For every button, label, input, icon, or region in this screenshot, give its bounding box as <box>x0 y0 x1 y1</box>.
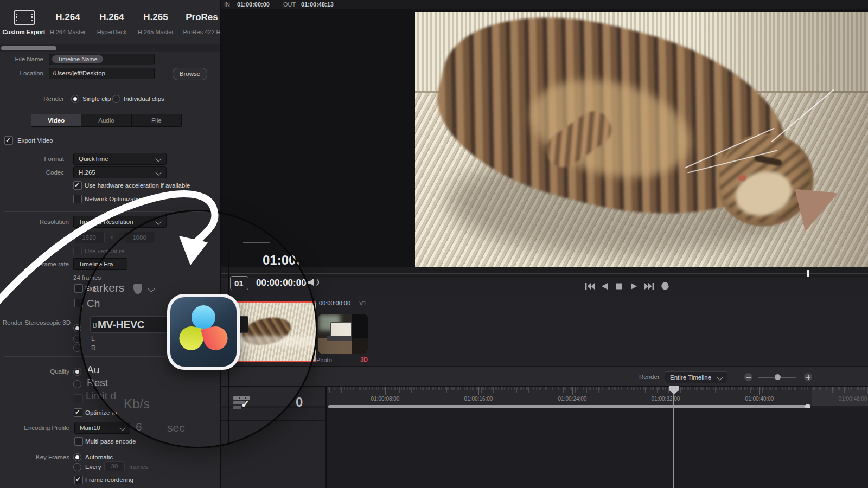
ruler-label-2: 01:00:16:00 <box>464 396 493 402</box>
davinci-resolve-logo <box>167 294 240 370</box>
preset-hyperdeck[interactable]: H.264 HyperDeck <box>92 8 131 37</box>
frame-reorder-checkbox[interactable] <box>74 476 83 484</box>
format-label: Format <box>0 156 64 162</box>
render-scope-value: Entire Timeline <box>670 374 711 381</box>
out-value[interactable]: 01:00:48:13 <box>301 1 334 8</box>
preset-scrollbar-track[interactable] <box>0 44 220 52</box>
photo-clip-thumbnail[interactable] <box>318 314 368 354</box>
preset-prores[interactable]: ProRes ProRes 422 H <box>180 8 221 37</box>
browse-button[interactable]: Browse <box>173 68 207 80</box>
thumb-right-dark <box>352 314 368 354</box>
zoom-out-button[interactable] <box>744 373 752 381</box>
render-scope-select[interactable]: Entire Timeline <box>665 371 727 383</box>
frame-reorder-label: Frame reordering <box>85 477 133 483</box>
ruler-label-1: 01:00:08:00 <box>371 396 400 402</box>
in-value[interactable]: 01:00:00:00 <box>237 1 270 8</box>
zoom-in-button[interactable] <box>804 373 812 381</box>
render-label: Render <box>0 95 64 102</box>
play-icon[interactable] <box>630 283 637 290</box>
kf-auto-label: Automatic <box>85 454 113 460</box>
preset-h264-master[interactable]: H.264 H.264 Master <box>48 8 88 37</box>
export-markers-checkbox[interactable] <box>74 284 83 293</box>
file-name-label: File Name <box>0 56 43 62</box>
separator <box>4 88 215 88</box>
vertical-res-checkbox[interactable] <box>73 247 82 255</box>
film-frame-icon <box>14 10 35 25</box>
encoding-profile-select[interactable]: Main10 <box>74 422 130 434</box>
ruler-label-6: 01:00:48:00 <box>839 396 867 402</box>
timeline-tracks[interactable] <box>326 408 868 488</box>
codec-value: H.265 <box>79 169 95 176</box>
export-video-label: Export Video <box>17 137 53 144</box>
ruler-label-5: 01:00:40:00 <box>745 396 774 402</box>
codec-label: Codec <box>0 169 64 176</box>
track-label-v1: V1 <box>359 300 366 306</box>
res-width-field[interactable]: 1920 <box>73 232 105 243</box>
quality-auto-radio[interactable] <box>73 368 81 376</box>
playhead-line <box>673 394 674 488</box>
stereo-label: Render Stereoscopic 3D <box>0 319 71 326</box>
kf-every-field[interactable]: 30 <box>104 461 125 471</box>
kf-frames-label: frames <box>129 464 148 470</box>
kf-auto-radio[interactable] <box>73 453 81 461</box>
ruler-label-4: 01:00:32:00 <box>652 396 680 402</box>
hw-accel-checkbox[interactable] <box>73 181 82 190</box>
tab-bar: Video Audio File <box>31 114 182 127</box>
key-frames-label: Key Frames <box>0 454 69 460</box>
loop-icon[interactable] <box>660 281 670 291</box>
codec-select[interactable]: H.265 <box>73 166 167 178</box>
single-clip-radio[interactable] <box>71 95 79 103</box>
preset-h265-master[interactable]: H.265 H.265 Master <box>136 8 176 37</box>
track-header-divider <box>326 386 327 488</box>
tab-audio[interactable]: Audio <box>81 114 131 126</box>
separator <box>4 149 215 149</box>
network-opt-label: Network Optimization <box>85 196 144 202</box>
limit-rate-checkbox[interactable] <box>74 394 83 403</box>
individual-clips-radio[interactable] <box>112 95 120 103</box>
multipass-checkbox[interactable] <box>74 437 83 446</box>
viewer-scrub-bar[interactable] <box>220 267 868 278</box>
video-frame[interactable] <box>415 12 868 267</box>
skip-start-icon[interactable] <box>585 282 595 290</box>
file-name-input[interactable]: Timeline Name <box>49 54 155 65</box>
timeline-top-divider <box>220 386 868 387</box>
skip-end-icon[interactable] <box>644 282 654 290</box>
single-clip-label[interactable]: Single clip <box>82 95 111 102</box>
3d-badge: 3D <box>360 356 368 363</box>
ruler-ticks-major <box>385 387 868 395</box>
play-reverse-icon[interactable] <box>601 283 608 290</box>
thumb-laptop-screen <box>330 322 352 337</box>
frame-rate-label: Frame rate <box>0 261 69 267</box>
magnified-ruler-zero: 0 <box>296 395 303 410</box>
tab-video[interactable]: Video <box>31 114 81 126</box>
quality-restrict-radio[interactable] <box>73 380 81 388</box>
resolution-value: Timeline Resolution <box>79 219 133 225</box>
location-input[interactable]: /Users/jeff/Desktop <box>49 68 155 79</box>
resolution-label: Resolution <box>0 219 69 225</box>
optimize-checkbox[interactable] <box>74 408 82 417</box>
stop-icon[interactable] <box>616 283 622 290</box>
format-select[interactable]: QuickTime <box>73 153 167 165</box>
kf-every-radio[interactable] <box>73 463 81 471</box>
inout-bar: IN 01:00:00:00 OUT 01:00:48:13 <box>220 0 868 9</box>
format-value: QuickTime <box>79 156 108 162</box>
separator <box>4 110 215 110</box>
timeline-name-token[interactable]: Timeline Name <box>52 55 103 63</box>
out-label: OUT <box>283 1 296 8</box>
hw-accel-label: Use hardware acceleration if available <box>85 182 190 189</box>
photo-clip-label: Photo <box>316 357 332 363</box>
tab-file[interactable]: File <box>131 114 181 126</box>
encoding-profile-label: Encoding Profile <box>0 425 69 431</box>
network-opt-checkbox[interactable] <box>73 195 82 203</box>
scrub-playhead[interactable] <box>807 270 809 277</box>
render-scope-label: Render <box>639 374 660 380</box>
preset-custom-export[interactable]: Custom Export <box>4 8 43 37</box>
preset-scrollbar-thumb[interactable] <box>1 46 56 50</box>
individual-clips-label[interactable]: Individual clips <box>124 95 164 102</box>
timeline-options-bar: Render Entire Timeline <box>220 366 868 386</box>
in-label: IN <box>224 1 230 8</box>
export-video-checkbox[interactable] <box>4 136 13 145</box>
mv-hevc-value: MV-HEVC <box>98 319 145 331</box>
scrub-track <box>220 273 868 274</box>
zoom-slider-knob[interactable] <box>775 374 781 380</box>
